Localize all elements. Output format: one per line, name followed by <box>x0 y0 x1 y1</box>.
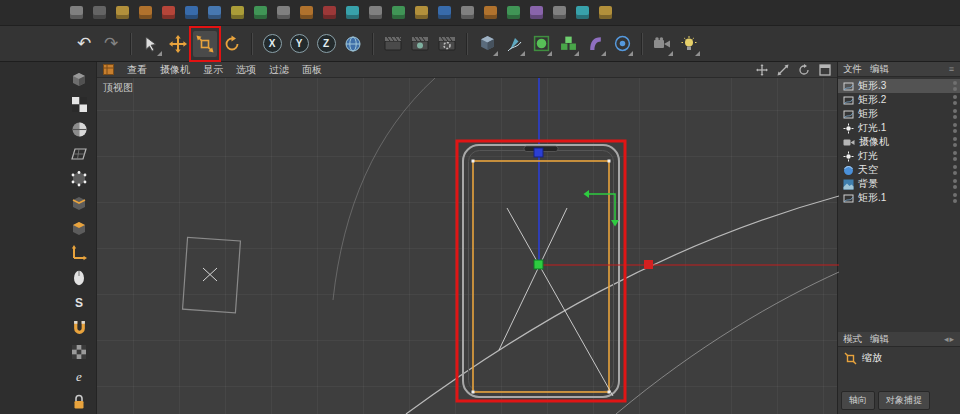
tab-axis[interactable]: 轴向 <box>841 391 875 410</box>
viewport-solo-icon[interactable] <box>65 266 93 290</box>
menu-icon-6[interactable] <box>208 6 221 19</box>
lock-x-axis-button[interactable]: X <box>260 31 284 57</box>
undo-icon[interactable]: ↶ <box>72 31 96 57</box>
visibility-dots[interactable] <box>953 81 957 91</box>
workplane-mode-icon[interactable] <box>65 142 93 166</box>
enhanced-mode-icon[interactable]: e <box>65 365 93 389</box>
redo-icon[interactable]: ↷ <box>99 31 123 57</box>
menu-icon-22[interactable] <box>576 6 589 19</box>
render-view-icon[interactable] <box>381 31 405 57</box>
menu-icon-18[interactable] <box>484 6 497 19</box>
make-editable-icon[interactable] <box>65 68 93 92</box>
lock-axis-icon[interactable] <box>65 390 93 414</box>
camera-icon[interactable] <box>650 31 674 57</box>
visibility-dots[interactable] <box>953 165 957 175</box>
edges-mode-icon[interactable] <box>65 192 93 216</box>
move-tool-icon[interactable] <box>166 31 190 57</box>
rotate-tool-icon[interactable] <box>220 31 244 57</box>
viewport-menu-options[interactable]: 选项 <box>236 63 256 77</box>
menu-icon-12[interactable] <box>346 6 359 19</box>
menu-icon-2[interactable] <box>116 6 129 19</box>
camera-object-icon <box>843 137 855 147</box>
lock-z-axis-button[interactable]: Z <box>314 31 338 57</box>
visibility-dots[interactable] <box>953 109 957 119</box>
om-menu-edit[interactable]: 编辑 <box>870 63 889 76</box>
viewport-menu-camera[interactable]: 摄像机 <box>160 63 190 77</box>
visibility-dots[interactable] <box>953 193 957 203</box>
tab-object-snap[interactable]: 对象捕捉 <box>878 391 930 410</box>
toggle-view-icon[interactable] <box>819 64 831 76</box>
field-icon[interactable] <box>610 31 634 57</box>
menu-icon-13[interactable] <box>369 6 382 19</box>
menu-icon-9[interactable] <box>277 6 290 19</box>
snap-icon[interactable]: S <box>65 291 93 315</box>
menu-icon-16[interactable] <box>438 6 451 19</box>
magnet-icon[interactable] <box>65 316 93 340</box>
rotate-view-icon[interactable] <box>798 64 810 76</box>
menu-icon-21[interactable] <box>553 6 566 19</box>
object-row[interactable]: 天空 <box>838 163 960 177</box>
selection-tool-icon[interactable] <box>139 31 163 57</box>
lock-y-axis-button[interactable]: Y <box>287 31 311 57</box>
object-row[interactable]: 矩形.1 <box>838 191 960 205</box>
menu-icon-14[interactable] <box>392 6 405 19</box>
om-burger-icon[interactable]: ≡ <box>949 64 955 74</box>
am-menu-edit[interactable]: 编辑 <box>870 333 889 346</box>
attribute-manager-header: 模式 编辑 ◂▸ <box>838 332 960 347</box>
visibility-dots[interactable] <box>953 95 957 105</box>
object-row[interactable]: 灯光.1 <box>838 121 960 135</box>
enable-axis-icon[interactable] <box>65 241 93 265</box>
am-history-arrows-icon[interactable]: ◂▸ <box>944 334 955 344</box>
menu-icon-3[interactable] <box>139 6 152 19</box>
viewport-panel-icon[interactable] <box>103 64 114 75</box>
menu-icon-20[interactable] <box>530 6 543 19</box>
am-menu-mode[interactable]: 模式 <box>843 333 862 346</box>
zoom-view-icon[interactable] <box>777 64 789 76</box>
guide-lines <box>499 208 613 396</box>
viewport-canvas[interactable]: 顶视图 <box>97 78 837 414</box>
visibility-dots[interactable] <box>953 137 957 147</box>
polygons-mode-icon[interactable] <box>65 217 93 241</box>
menu-icon-23[interactable] <box>599 6 612 19</box>
menu-icon-17[interactable] <box>461 6 474 19</box>
model-mode-icon[interactable] <box>65 93 93 117</box>
visibility-dots[interactable] <box>953 123 957 133</box>
object-row[interactable]: 灯光 <box>838 149 960 163</box>
viewport-menu-panel[interactable]: 面板 <box>302 63 322 77</box>
texture-mode-icon[interactable] <box>65 118 93 142</box>
om-menu-file[interactable]: 文件 <box>843 63 862 76</box>
add-cube-icon[interactable] <box>475 31 499 57</box>
menu-icon-0[interactable] <box>70 6 83 19</box>
object-row[interactable]: 矩形.2 <box>838 93 960 107</box>
menu-icon-15[interactable] <box>415 6 428 19</box>
menu-icon-10[interactable] <box>300 6 313 19</box>
menu-icon-7[interactable] <box>231 6 244 19</box>
menu-icon-11[interactable] <box>323 6 336 19</box>
pen-spline-icon[interactable] <box>502 31 526 57</box>
subdivision-surface-icon[interactable] <box>529 31 553 57</box>
menu-icon-1[interactable] <box>93 6 106 19</box>
object-row[interactable]: 矩形 <box>838 107 960 121</box>
light-icon[interactable] <box>677 31 701 57</box>
menu-icon-4[interactable] <box>162 6 175 19</box>
texture-icon[interactable] <box>65 341 93 365</box>
object-row[interactable]: 矩形.3 <box>838 79 960 93</box>
pan-view-icon[interactable] <box>756 64 768 76</box>
points-mode-icon[interactable] <box>65 167 93 191</box>
viewport-menu-filter[interactable]: 过滤 <box>269 63 289 77</box>
visibility-dots[interactable] <box>953 151 957 161</box>
viewport-menu-view[interactable]: 查看 <box>127 63 147 77</box>
deformer-icon[interactable] <box>583 31 607 57</box>
array-generator-icon[interactable] <box>556 31 580 57</box>
edit-render-settings-icon[interactable] <box>435 31 459 57</box>
menu-icon-5[interactable] <box>185 6 198 19</box>
viewport-menu-display[interactable]: 显示 <box>203 63 223 77</box>
object-row[interactable]: 摄像机 <box>838 135 960 149</box>
object-row[interactable]: 背景 <box>838 177 960 191</box>
scale-tool-icon[interactable] <box>193 31 217 57</box>
visibility-dots[interactable] <box>953 179 957 189</box>
render-to-picture-viewer-icon[interactable] <box>408 31 432 57</box>
coordinate-system-icon[interactable] <box>341 31 365 57</box>
menu-icon-8[interactable] <box>254 6 267 19</box>
menu-icon-19[interactable] <box>507 6 520 19</box>
